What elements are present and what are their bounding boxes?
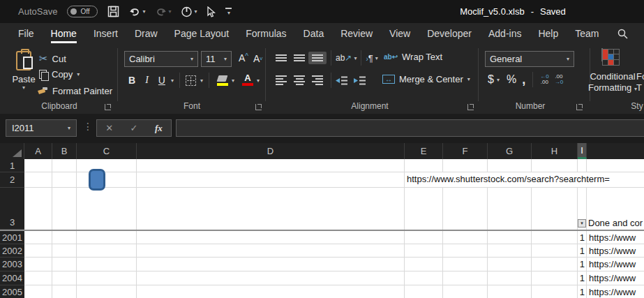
select-objects-button[interactable] <box>207 6 216 17</box>
tab-data[interactable]: Data <box>295 24 333 45</box>
column-header-g[interactable]: G <box>488 143 532 159</box>
cancel-button[interactable]: ✕ <box>105 123 113 133</box>
italic-button[interactable]: I <box>141 73 153 87</box>
cell-i2003[interactable]: 1 <box>578 258 587 271</box>
column-header-c[interactable]: C <box>77 143 137 159</box>
increase-indent-icon[interactable] <box>354 76 366 85</box>
cell-f3[interactable] <box>443 188 488 230</box>
cell-b2[interactable] <box>52 172 77 188</box>
insert-function-button[interactable]: fx <box>155 123 163 134</box>
percent-format-button[interactable]: % <box>504 73 519 86</box>
cell-b3[interactable] <box>52 188 77 230</box>
row-header-3[interactable]: 3 <box>0 188 24 230</box>
customize-quick-access-toolbar-button[interactable]: ▾ <box>225 8 232 16</box>
tab-view[interactable]: View <box>381 24 419 45</box>
cell-b1[interactable] <box>52 159 77 172</box>
format-painter-button[interactable]: Format Painter <box>36 86 112 96</box>
formula-input[interactable] <box>176 119 644 137</box>
tab-review[interactable]: Review <box>332 24 381 45</box>
cell-i2002[interactable]: 1 <box>578 244 587 258</box>
middle-align-button[interactable] <box>290 52 308 64</box>
conditional-formatting-label[interactable]: Conditional Formatting ▾ <box>586 71 639 95</box>
cell-h1[interactable] <box>532 159 578 172</box>
row-header-2001[interactable]: 2001 <box>0 231 24 244</box>
name-box[interactable]: I2011 ▾ <box>6 119 77 137</box>
touch-mode-dropdown-icon[interactable]: ▾ <box>194 8 197 15</box>
copy-button[interactable]: Copy ▾ <box>39 69 80 80</box>
wrap-text-button[interactable]: ab↩ Wrap Text <box>384 52 442 62</box>
alignment-dialog-launcher[interactable] <box>467 104 474 110</box>
cell-a3[interactable] <box>24 188 52 230</box>
column-header-j-truncated[interactable] <box>587 143 644 159</box>
cell-e3[interactable] <box>405 188 443 230</box>
enter-button[interactable]: ✓ <box>130 123 138 133</box>
undo-button[interactable]: ▾ <box>129 6 145 17</box>
increase-decimal-button[interactable]: ←0 .00 <box>537 74 551 85</box>
undo-dropdown-icon[interactable]: ▾ <box>142 8 145 15</box>
font-color-dropdown-icon[interactable]: ▾ <box>257 77 260 84</box>
column-header-i-selected[interactable]: I <box>578 143 587 159</box>
redo-button[interactable]: ▾ <box>155 6 171 17</box>
format-as-table-label-truncated[interactable]: Fo T <box>636 71 644 94</box>
cell-j2004[interactable]: https://www <box>587 271 644 285</box>
row-header-1[interactable]: 1 <box>0 159 24 172</box>
cell-a2[interactable] <box>24 172 52 188</box>
cell-e2-url[interactable]: https://www.shutterstock.com/search?sear… <box>405 172 644 188</box>
merge-center-button[interactable]: ↔ Merge & Center ▾ <box>382 74 470 84</box>
number-format-combo[interactable]: General ▾ <box>485 51 574 67</box>
tab-help[interactable]: Help <box>530 24 567 45</box>
text-direction-button[interactable]: ›¶ <box>366 53 373 64</box>
cell-j2002[interactable]: https://www <box>587 244 644 258</box>
top-align-button[interactable] <box>272 52 290 64</box>
tab-formulas[interactable]: Formulas <box>237 24 294 45</box>
column-header-b[interactable]: B <box>52 143 77 159</box>
cell-i1[interactable] <box>578 159 587 172</box>
tab-team[interactable]: Team <box>567 24 607 45</box>
orientation-button[interactable]: ab↗ <box>336 53 352 63</box>
decrease-decimal-button[interactable]: .00 →0 <box>552 74 566 85</box>
cell-d2[interactable] <box>137 172 405 188</box>
search-button[interactable] <box>617 29 628 39</box>
row-header-2004[interactable]: 2004 <box>0 271 24 285</box>
decrease-indent-icon[interactable] <box>336 76 348 85</box>
autofilter-dropdown-button[interactable]: ▾ <box>578 219 586 228</box>
font-color-button[interactable]: A <box>240 75 255 86</box>
borders-dropdown-icon[interactable]: ▾ <box>200 77 203 84</box>
cell-d3[interactable] <box>137 188 405 230</box>
merge-center-dropdown-icon[interactable]: ▾ <box>467 76 470 82</box>
comma-format-button[interactable]: , <box>519 73 528 87</box>
row-header-2[interactable]: 2 <box>0 172 24 188</box>
tab-developer[interactable]: Developer <box>419 24 480 45</box>
tab-draw[interactable]: Draw <box>126 24 166 45</box>
clipboard-dialog-launcher[interactable] <box>105 104 111 110</box>
align-center-button[interactable] <box>290 73 308 88</box>
align-right-button[interactable] <box>308 73 327 88</box>
row-header-2003[interactable]: 2003 <box>0 258 24 271</box>
tab-add-ins[interactable]: Add-ins <box>480 24 530 45</box>
save-button[interactable] <box>107 6 119 17</box>
cell-i2005[interactable]: 1 <box>578 285 587 298</box>
decrease-font-size-button[interactable]: A <box>250 53 266 64</box>
formula-bar-grip-icon[interactable]: ⋮ <box>83 121 93 132</box>
text-direction-dropdown-icon[interactable]: ▾ <box>375 55 378 61</box>
fill-color-dropdown-icon[interactable]: ▾ <box>232 77 234 84</box>
paste-dropdown-icon[interactable]: ▾ <box>22 84 25 91</box>
column-header-a[interactable]: A <box>24 143 52 159</box>
font-dialog-launcher[interactable] <box>255 104 262 110</box>
cell-g1[interactable] <box>488 159 532 172</box>
cell-c2[interactable] <box>77 172 137 188</box>
currency-dropdown-icon[interactable]: ▾ <box>497 77 500 83</box>
cell-i2001[interactable]: 1 <box>578 231 587 244</box>
number-dialog-launcher[interactable] <box>576 104 583 110</box>
bottom-align-button[interactable] <box>308 52 327 64</box>
borders-icon[interactable] <box>186 75 196 86</box>
touch-mouse-mode-button[interactable]: ▾ <box>181 6 197 17</box>
row-header-2005[interactable]: 2005 <box>0 285 24 298</box>
cell-j2001[interactable]: https://www <box>587 231 644 244</box>
cell-j1[interactable] <box>587 159 644 172</box>
cut-button[interactable]: ✂ Cut <box>39 52 66 65</box>
cell-j3[interactable]: Done and cor <box>587 188 644 230</box>
column-header-e[interactable]: E <box>405 143 443 159</box>
cell-e1[interactable] <box>405 159 443 172</box>
tab-page-layout[interactable]: Page Layout <box>166 24 238 45</box>
